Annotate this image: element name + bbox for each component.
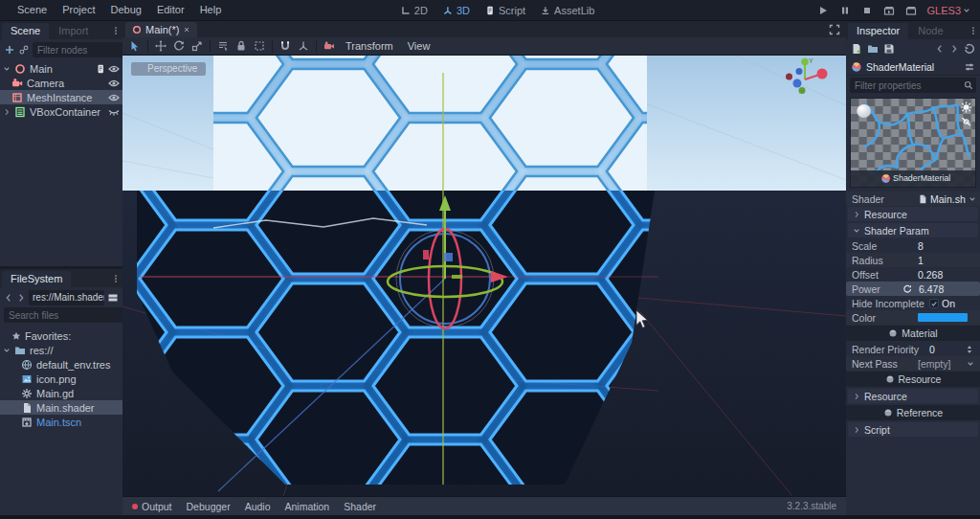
visibility-toggle[interactable] [108,78,120,89]
current-path[interactable]: res://Main.shader [29,290,104,305]
stop-button[interactable] [861,5,873,16]
lock-object-button[interactable] [235,40,247,52]
scene-tab-main[interactable]: Main(*) [125,22,197,37]
property-row-offset[interactable]: Offset 0.268 [846,267,980,282]
tab-scene[interactable]: Scene [2,23,49,39]
history-forward-button[interactable] [16,293,26,303]
bottom-tab-debugger[interactable]: Debugger [187,501,231,512]
display-mode-toggle[interactable] [107,292,119,304]
tab-node[interactable]: Node [909,23,951,39]
tab-import[interactable]: Import [50,23,97,39]
new-resource-button[interactable] [851,43,862,55]
search-files-input[interactable] [9,310,135,321]
load-resource-button[interactable] [867,43,879,55]
favorites-row[interactable]: Favorites: [0,328,122,343]
property-row-radius[interactable]: Radius 1 [846,253,980,267]
viewport-canvas[interactable]: Y [122,56,846,496]
file-row-main-gd[interactable]: Main.gd [0,386,122,400]
bottom-tab-animation[interactable]: Animation [285,501,330,512]
select-tool-button[interactable] [129,40,141,52]
tree-node-main[interactable]: Main [0,61,122,76]
filter-properties-input[interactable] [855,80,961,91]
new-scene-tab-button[interactable] [197,26,211,37]
pause-button[interactable] [839,5,851,16]
section-shader-param[interactable]: Shader Param [848,223,978,237]
tab-filesystem[interactable]: FileSystem [2,271,71,287]
shader-dropdown-icon[interactable] [969,195,976,203]
local-space-toggle[interactable] [298,40,309,52]
hide-incomplete-checkbox[interactable] [929,299,939,308]
tree-node-meshinstance[interactable]: MeshInstance [0,90,122,104]
perspective-button[interactable]: Perspective [131,62,206,76]
collapse-icon[interactable] [3,65,11,73]
play-button[interactable] [817,5,829,16]
visibility-toggle-hidden[interactable] [108,106,120,118]
workspace-2d-button[interactable]: 2D [401,5,428,16]
dock-menu-icon[interactable] [111,26,121,35]
distraction-free-toggle[interactable] [829,24,840,35]
save-resource-button[interactable] [883,43,895,55]
history-back-button[interactable] [935,44,945,54]
list-select-button[interactable] [217,40,229,52]
file-row-icon-png[interactable]: icon.png [0,372,122,386]
collapse-icon[interactable] [3,347,11,354]
bottom-tab-output[interactable]: Output [132,501,172,512]
next-pass-dropdown-icon[interactable] [967,360,974,368]
dock-menu-icon[interactable] [111,274,121,283]
property-row-hide-incomplete[interactable]: Hide Incomplete On [846,296,980,310]
tree-node-camera[interactable]: Camera [0,76,122,90]
section-resource-2[interactable]: Resource [848,389,978,403]
history-icon[interactable] [964,43,975,55]
close-tab-icon[interactable] [183,26,190,34]
rotate-tool-button[interactable] [173,40,185,52]
history-back-button[interactable] [4,293,13,303]
color-swatch[interactable] [918,313,968,322]
dock-menu-icon[interactable] [969,26,978,35]
property-row-color[interactable]: Color [846,310,980,325]
script-badge-icon[interactable] [96,64,105,74]
history-forward-button[interactable] [949,44,959,54]
spinner-updown-icon[interactable] [965,345,974,354]
menu-help[interactable]: Help [192,0,230,20]
bottom-tab-audio[interactable]: Audio [245,501,271,512]
workspace-script-button[interactable]: Script [485,5,525,16]
workspace-3d-button[interactable]: 3D [443,5,470,16]
property-row-next-pass[interactable]: Next Pass [empty] [846,356,980,371]
resource-tools-button[interactable] [964,61,975,73]
renderer-select[interactable]: GLES3 [927,5,970,16]
property-row-power[interactable]: Power 6.478 [846,282,980,296]
section-resource[interactable]: Resource [848,207,978,221]
property-row-scale[interactable]: Scale 8 [846,238,980,253]
menu-debug[interactable]: Debug [102,0,148,20]
file-row-default-env[interactable]: default_env.tres [0,357,122,372]
workspace-assetlib-button[interactable]: AssetLib [541,5,594,16]
file-row-main-shader[interactable]: Main.shader [0,400,122,415]
tab-inspector[interactable]: Inspector [848,23,908,39]
viewport-3d[interactable]: Y Perspective [122,56,846,496]
camera-preview-icon[interactable] [323,40,335,52]
move-tool-button[interactable] [155,40,167,52]
instance-scene-button[interactable] [19,45,29,55]
revert-value-button[interactable] [902,284,912,294]
visibility-toggle[interactable] [108,92,120,103]
transform-menu[interactable]: Transform [342,40,397,52]
snap-toggle-button[interactable] [279,40,291,52]
visibility-toggle[interactable] [108,63,120,75]
menu-project[interactable]: Project [55,0,102,20]
shader-property-row[interactable]: Shader Main.sh [846,192,980,206]
add-node-button[interactable] [4,44,15,56]
view-menu[interactable]: View [404,40,434,52]
group-object-button[interactable] [254,40,265,52]
play-scene-button[interactable] [883,5,895,16]
edited-resource-row[interactable]: ShaderMaterial [846,58,980,76]
bottom-tab-shader[interactable]: Shader [344,501,376,512]
menu-scene[interactable]: Scene [10,0,55,20]
file-row-main-tscn[interactable]: Main.tscn [0,415,122,429]
property-row-render-priority[interactable]: Render Priority 0 [846,342,980,356]
expand-icon[interactable] [3,108,11,116]
preview-sphere-toggle[interactable] [857,104,871,118]
section-script[interactable]: Script [848,422,978,437]
material-preview[interactable]: ShaderMaterial [850,98,976,188]
tree-node-vboxcontainer[interactable]: VBoxContainer [0,104,122,119]
menu-editor[interactable]: Editor [149,0,192,20]
